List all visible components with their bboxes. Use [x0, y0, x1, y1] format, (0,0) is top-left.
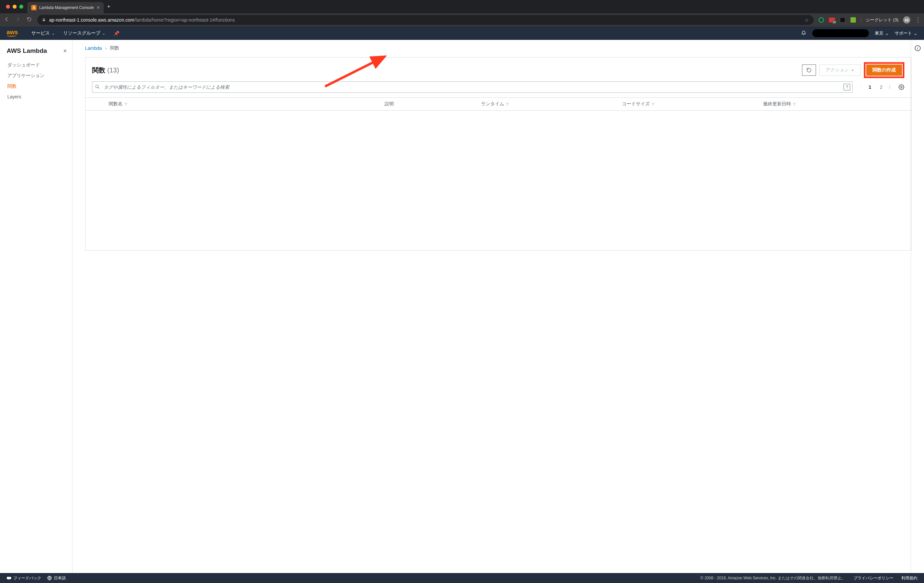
sort-icon: ▽ [652, 102, 655, 106]
new-tab-button[interactable]: + [104, 3, 114, 10]
svg-line-5 [98, 87, 99, 88]
pagination: 〈 1 2 〉 [858, 83, 893, 91]
sidebar-item-layers[interactable]: Layers [0, 92, 72, 102]
settings-gear-icon[interactable] [898, 84, 904, 90]
refresh-icon [806, 68, 812, 73]
feedback-link[interactable]: フィードバック [7, 575, 41, 581]
svg-point-4 [96, 85, 98, 88]
search-input[interactable] [102, 83, 843, 92]
sort-icon: ▽ [125, 102, 127, 106]
table-header: 関数名 ▽ 説明 ランタイム ▽ コードサイズ ▽ 最終更新日時 ▽ [86, 97, 911, 111]
refresh-button[interactable] [802, 64, 816, 76]
tab-close-icon[interactable]: × [97, 5, 100, 11]
chat-icon [7, 576, 11, 580]
extension-green-icon[interactable] [850, 17, 856, 23]
sidebar-item-functions[interactable]: 関数 [0, 81, 72, 92]
column-code-size[interactable]: コードサイズ ▽ [622, 101, 763, 107]
address-bar-row: ap-northeast-1.console.aws.amazon.com/la… [0, 13, 924, 26]
region-menu[interactable]: 東京 ⌄ [875, 30, 889, 36]
resource-groups-label: リソースグループ [63, 30, 101, 36]
svg-rect-3 [906, 20, 908, 21]
column-runtime[interactable]: ランタイム ▽ [481, 101, 622, 107]
aws-footer: フィードバック 日本語 © 2008 - 2019, Amazon Web Se… [0, 573, 924, 583]
extension-lastpass-icon[interactable]: 10 [829, 17, 835, 23]
url-text: ap-northeast-1.console.aws.amazon.com/la… [49, 17, 235, 23]
extension-black-icon[interactable] [840, 17, 846, 23]
window-maximize-button[interactable] [19, 5, 23, 9]
search-row: ? 〈 1 2 〉 [86, 81, 911, 97]
column-description[interactable]: 説明 [384, 101, 481, 107]
privacy-link[interactable]: プライバシーポリシー [853, 575, 893, 581]
support-label: サポート [895, 30, 912, 36]
sidebar-item-dashboard[interactable]: ダッシュボード [0, 60, 72, 71]
page-1[interactable]: 1 [866, 83, 874, 91]
breadcrumb-current: 関数 [110, 45, 119, 51]
sidebar-nav: ダッシュボード アプリケーション 関数 Layers [0, 60, 72, 102]
aws-logo[interactable]: aws [7, 29, 18, 36]
search-input-wrapper: ? [92, 81, 853, 93]
copyright-text: © 2008 - 2019, Amazon Web Services, Inc.… [700, 575, 846, 581]
incognito-label: シークレット (3) [866, 17, 898, 23]
toolbar-divider [861, 17, 861, 23]
table-body [86, 111, 911, 250]
support-menu[interactable]: サポート ⌄ [895, 30, 917, 36]
region-label: 東京 [875, 30, 883, 36]
caret-down-icon: ⌄ [102, 31, 105, 35]
pin-icon: 📌 [114, 31, 119, 36]
actions-dropdown[interactable]: アクション ▼ [819, 64, 861, 76]
nav-reload-button[interactable] [26, 17, 33, 23]
functions-panel: 関数 (13) アクション ▼ 関数の作成 [85, 57, 911, 251]
extension-icons: 10 シークレット (3) ⋮ [818, 16, 921, 23]
breadcrumb-root[interactable]: Lambda [85, 46, 102, 51]
page-2[interactable]: 2 [877, 83, 885, 91]
actions-label: アクション [826, 67, 849, 73]
extension-circle-icon[interactable] [818, 17, 824, 23]
tab-title: Lambda Management Console [39, 5, 94, 10]
page-prev-button[interactable]: 〈 [858, 84, 863, 90]
svg-point-2 [907, 20, 909, 21]
content: Lambda › 関数 関数 (13) アクション ▼ [73, 40, 924, 573]
incognito-avatar-icon[interactable] [903, 16, 910, 23]
panel-actions: アクション ▼ 関数の作成 [802, 62, 904, 78]
browser-chrome: λ Lambda Management Console × + ap-north… [0, 0, 924, 26]
pin-button[interactable]: 📌 [114, 31, 119, 36]
address-bar[interactable]: ap-northeast-1.console.aws.amazon.com/la… [37, 15, 813, 25]
sidebar-header: AWS Lambda × [0, 44, 72, 60]
globe-icon [47, 576, 52, 580]
panel-title: 関数 (13) [92, 66, 119, 75]
create-function-button[interactable]: 関数の作成 [866, 64, 902, 76]
svg-point-1 [905, 20, 906, 21]
language-selector[interactable]: 日本語 [47, 575, 66, 581]
column-checkbox [92, 101, 106, 107]
page-next-button[interactable]: 〉 [888, 84, 893, 90]
sidebar-title: AWS Lambda [7, 47, 47, 55]
sidebar-collapse-icon[interactable]: × [63, 48, 67, 55]
terms-link[interactable]: 利用規約 [901, 575, 917, 581]
nav-forward-button[interactable] [15, 17, 21, 23]
window-close-button[interactable] [6, 5, 10, 9]
notifications-bell-icon[interactable] [801, 30, 806, 37]
sidebar-item-applications[interactable]: アプリケーション [0, 71, 72, 81]
sort-icon: ▽ [506, 102, 509, 106]
search-help-icon[interactable]: ? [843, 84, 850, 91]
resource-groups-menu[interactable]: リソースグループ ⌄ [63, 30, 105, 36]
svg-rect-0 [43, 19, 45, 21]
annotation-highlight: 関数の作成 [864, 62, 904, 78]
bookmark-star-icon[interactable]: ☆ [805, 17, 809, 23]
window-minimize-button[interactable] [13, 5, 16, 9]
sort-icon: ▽ [793, 102, 796, 106]
panel-header: 関数 (13) アクション ▼ 関数の作成 [86, 58, 911, 81]
browser-tab[interactable]: λ Lambda Management Console × [27, 2, 104, 13]
search-icon [92, 84, 102, 90]
nav-back-button[interactable] [3, 17, 10, 23]
account-menu[interactable] [812, 29, 869, 37]
browser-menu-icon[interactable]: ⋮ [915, 16, 921, 23]
caret-down-icon: ▼ [851, 68, 854, 72]
window-controls [2, 5, 27, 9]
column-function-name[interactable]: 関数名 ▽ [106, 101, 384, 107]
sidebar: AWS Lambda × ダッシュボード アプリケーション 関数 Layers [0, 40, 73, 573]
help-panel-trigger[interactable]: i [911, 40, 924, 573]
caret-down-icon: ⌄ [914, 31, 917, 36]
services-menu[interactable]: サービス ⌄ [31, 30, 54, 36]
column-last-modified[interactable]: 最終更新日時 ▽ [763, 101, 904, 107]
